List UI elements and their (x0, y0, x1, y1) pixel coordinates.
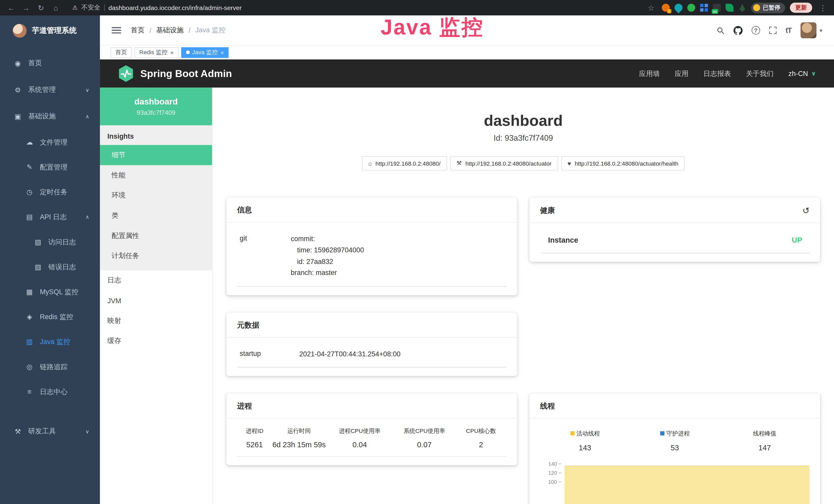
app-logo[interactable]: 芋道管理系统 (0, 16, 100, 46)
sidebar-item-system[interactable]: ⚙系统管理∨ (0, 76, 100, 103)
sidebar-item-error-log[interactable]: ▨错误日志 (0, 254, 100, 279)
chevron-down-icon: ∨ (86, 87, 89, 93)
screen: ← → ↻ ⌂ ⚠ 不安全 dashboard.yudao.iocoder.cn… (0, 0, 834, 504)
sidebar-item-devtools[interactable]: ⚒研发工具∨ (0, 418, 100, 444)
sidebar-item-environment[interactable]: 环境 (100, 185, 212, 206)
extension-drop-icon[interactable] (673, 2, 684, 13)
sidebar-item-log-center[interactable]: ≡日志中心 (0, 379, 100, 404)
sidebar-item-details[interactable]: 细节 (100, 145, 212, 165)
user-avatar[interactable]: ▾ (800, 22, 822, 38)
health-row[interactable]: Instance UP (540, 227, 810, 253)
sidebar-item-performance[interactable]: 性能 (100, 165, 212, 185)
sba-logo-icon (118, 65, 134, 82)
nav-applications[interactable]: 应用 (675, 69, 688, 78)
address-bar[interactable]: ⚠ 不安全 dashboard.yudao.iocoder.cn/infra/a… (72, 3, 242, 12)
sidebar-item-jobs[interactable]: ◷定时任务 (0, 180, 100, 204)
sidebar-item-mysql[interactable]: ▦MySQL 监控 (0, 279, 100, 304)
col-header: CPU核心数 (455, 427, 506, 435)
chevron-down-icon: ∨ (811, 70, 816, 77)
breadcrumb-home[interactable]: 首页 (131, 25, 145, 35)
extension-leaf-icon[interactable] (726, 4, 733, 12)
breadcrumb-infra[interactable]: 基础设施 (156, 25, 184, 35)
font-size-icon[interactable]: tT (786, 26, 791, 35)
col-value: 5261 (237, 440, 272, 449)
instance-header[interactable]: dashboard 93a3fc7f7409 (100, 88, 212, 125)
active-threads-area (565, 466, 810, 504)
service-url-link[interactable]: ⌂http://192.168.0.2:48080/ (362, 156, 447, 170)
nav-wallboard[interactable]: 应用墙 (639, 69, 660, 78)
logo-image (13, 24, 27, 38)
search-icon[interactable] (716, 26, 724, 34)
extension-grid-icon[interactable] (700, 4, 708, 12)
health-url-link[interactable]: ♥http://192.168.0.2:48080/actuator/healt… (561, 156, 685, 170)
col-value: 6d 23h 15m 59s (272, 440, 326, 449)
browser-menu-icon[interactable]: ⋮ (817, 3, 829, 12)
sidebar-item-access-log[interactable]: ▧访问日志 (0, 230, 100, 254)
legend-value: 53 (630, 444, 720, 452)
sidebar-item-mappings[interactable]: 映射 (100, 311, 212, 331)
sidebar-item-caches[interactable]: 缓存 (100, 331, 212, 351)
extension-tree-icon[interactable] (739, 4, 746, 12)
sidebar-item-scheduled-tasks[interactable]: 计划任务 (100, 246, 212, 266)
hamburger-icon[interactable] (112, 27, 121, 33)
sidebar-item-config[interactable]: ✎配置管理 (0, 155, 100, 180)
tab-label: Java 监控 (192, 48, 218, 56)
page-title: dashboard (226, 112, 820, 130)
extension-adblock-icon[interactable]: on (713, 4, 721, 12)
close-icon[interactable]: × (221, 49, 224, 55)
profile-paused-badge[interactable]: 已暂停 (751, 2, 785, 13)
tab-java-monitor[interactable]: Java 监控× (181, 47, 229, 58)
browser-update-button[interactable]: 更新 (790, 3, 812, 13)
history-icon[interactable]: ↺ (803, 206, 810, 216)
sidebar-item-home[interactable]: ◉首页 (0, 50, 100, 76)
process-card: 进程 进程ID5261 运行时间6d 23h 15m 59s 进程CPU使用率0… (226, 394, 517, 465)
sba-nav: 应用墙 应用 日志报表 关于我们 zh-CN∨ (639, 69, 816, 78)
git-value: commit: time: 1596289704000 id: 27aa832 … (291, 233, 364, 279)
threads-legend: 活动线程 143 守护进程 53 线程峰值 (540, 428, 810, 452)
process-table: 进程ID5261 运行时间6d 23h 15m 59s 进程CPU使用率0.04… (237, 427, 506, 457)
col-value: 2 (455, 440, 506, 449)
col-header: 系统CPU使用率 (394, 427, 455, 435)
sidebar-item-java[interactable]: ▥Java 监控 (0, 329, 100, 354)
startup-label: startup (240, 348, 299, 360)
health-card: 健康↺ Instance UP (529, 198, 820, 261)
chart-y-axis: 140 120 100 (540, 460, 565, 504)
tab-redis-monitor[interactable]: Redis 监控× (135, 47, 178, 58)
nav-journal[interactable]: 日志报表 (703, 69, 731, 78)
y-tick: 140 (548, 462, 561, 467)
close-icon[interactable]: × (170, 49, 174, 55)
extension-orange-icon[interactable]: 1 (662, 4, 670, 12)
sidebar-item-redis[interactable]: ◈Redis 监控 (0, 304, 100, 329)
actuator-url-link[interactable]: ⚒http://192.168.0.2:48080/actuator (450, 156, 558, 170)
fullscreen-icon[interactable] (769, 26, 776, 34)
legend-label: 线程峰值 (753, 430, 776, 438)
gear-icon: ⚙ (14, 86, 22, 94)
github-icon[interactable] (733, 26, 742, 35)
sidebar-item-config-props[interactable]: 配置属性 (100, 226, 212, 246)
sidebar-item-logs[interactable]: 日志 (100, 270, 212, 291)
sba-brand[interactable]: Spring Boot Admin (118, 65, 232, 82)
browser-reload-icon[interactable]: ↻ (35, 3, 47, 12)
col-header: 运行时间 (272, 427, 326, 435)
browser-home-icon[interactable]: ⌂ (50, 3, 62, 12)
extension-green-icon[interactable] (687, 4, 695, 12)
threads-chart: 140 120 100 (540, 460, 810, 504)
sidebar-item-infra[interactable]: ▣基础设施∧ (0, 103, 100, 130)
help-icon[interactable]: ? (751, 26, 760, 35)
log-icon: ▤ (25, 213, 34, 221)
sidebar-item-jvm[interactable]: JVM (100, 290, 212, 311)
bookmark-star-icon[interactable]: ☆ (645, 3, 657, 12)
sidebar-item-tracing[interactable]: ◎链路追踪 (0, 354, 100, 379)
home-icon: ◉ (14, 59, 22, 67)
browser-forward-icon[interactable]: → (20, 3, 32, 12)
sidebar-item-files[interactable]: ☁文件管理 (0, 130, 100, 155)
tab-home[interactable]: 首页 (110, 47, 132, 58)
instance-id: 93a3fc7f7409 (137, 109, 175, 116)
sidebar-item-classes[interactable]: 类 (100, 206, 212, 226)
sidebar-item-api-log[interactable]: ▤API 日志∧ (0, 204, 100, 229)
insights-group: Insights 细节 性能 环境 类 配置属性 计划任务 (100, 125, 212, 270)
nav-about[interactable]: 关于我们 (746, 69, 774, 78)
browser-back-icon[interactable]: ← (5, 3, 17, 12)
locale-select[interactable]: zh-CN∨ (789, 70, 816, 77)
menu-label: API 日志 (40, 212, 67, 222)
